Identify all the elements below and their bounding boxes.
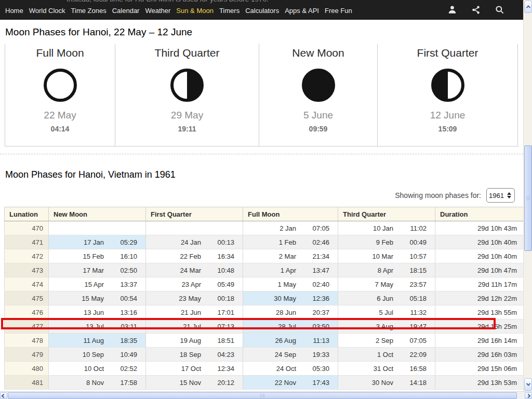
nav-item-calendar[interactable]: Calendar <box>112 7 140 15</box>
phase-cell-date: 24 Sep <box>246 351 296 358</box>
share-icon[interactable] <box>471 5 481 15</box>
cell-lunation: 473 <box>5 263 49 277</box>
cell-duration: 29d 16h 14m <box>435 334 524 348</box>
year-filter-label: Showing moon phases for: <box>395 191 481 200</box>
table-row-477: 47713 Jul03:1121 Jul07:1328 Jul03:503 Au… <box>5 320 524 334</box>
year-select[interactable]: 1961 <box>486 188 515 203</box>
phase-date: 22 May <box>5 110 115 121</box>
scroll-down-arrow[interactable] <box>524 378 532 391</box>
phase-cell-time: 02:40 <box>296 281 329 288</box>
search-icon[interactable] <box>495 5 504 15</box>
phase-name: First Quarter <box>378 47 517 59</box>
phase-date: 29 May <box>115 110 259 121</box>
nav-item-free-fun[interactable]: Free Fun <box>325 7 352 15</box>
phase-cell-time: 05:30 <box>296 365 329 373</box>
cell-first-quarter: 21 Jul07:13 <box>146 320 243 334</box>
cell-full-moon: 28 Jun20:37 <box>243 305 338 320</box>
scroll-right-arrow[interactable] <box>525 392 532 399</box>
cell-first-quarter: 21 Jun17:01 <box>146 305 243 320</box>
scroll-left-arrow[interactable] <box>0 392 7 399</box>
cell-first-quarter <box>146 221 243 235</box>
phase-cell-time: 13:16 <box>104 309 137 316</box>
moon-phase-cards: Full Moon22 May04:14Third Quarter29 May1… <box>5 44 518 147</box>
cell-third-quarter: 10 Jan11:02 <box>338 221 435 235</box>
phase-cell-time: 02:50 <box>104 267 137 274</box>
phase-cell-date: 13 Jun <box>52 309 104 316</box>
phase-cell-date: 11 Aug <box>52 337 104 344</box>
phase-name: Full Moon <box>5 47 115 59</box>
phase-cell-time: 17:01 <box>201 309 234 316</box>
table-header-row: LunationNew MoonFirst QuarterFull MoonTh… <box>5 207 524 221</box>
cell-first-quarter: 18 Sep04:23 <box>146 348 243 362</box>
cell-lunation: 479 <box>5 348 49 362</box>
nav-item-timers[interactable]: Timers <box>219 7 240 15</box>
cell-duration: 29d 16h 03m <box>435 348 524 362</box>
cell-lunation: 476 <box>5 305 49 320</box>
phase-cell-date: 1 Oct <box>341 351 393 358</box>
phase-date: 12 June <box>378 110 517 121</box>
nav-item-weather[interactable]: Weather <box>145 7 170 15</box>
phase-cell-date: 7 May <box>341 281 393 288</box>
phase-name: New Moon <box>259 47 377 59</box>
cell-new-moon: 15 May00:54 <box>49 291 146 305</box>
year-filter-row: Showing moon phases for: 1961 <box>0 188 523 203</box>
phase-cell-time: 04:23 <box>201 351 234 358</box>
moon-phase-card-full-moon: Full Moon22 May04:14 <box>5 44 115 146</box>
nav-item-time-zones[interactable]: Time Zones <box>71 7 107 15</box>
cell-third-quarter: 10 Mar10:57 <box>338 249 435 263</box>
cell-third-quarter: 2 Sep07:05 <box>338 334 435 348</box>
phase-cell-date: 18 Sep <box>149 351 201 358</box>
cell-full-moon: 2 Mar21:34 <box>243 249 338 263</box>
cell-duration: 29d 15h 25m <box>435 320 524 334</box>
nav-item-calculators[interactable]: Calculators <box>245 7 279 15</box>
phase-cell-date: 5 Jul <box>341 309 393 316</box>
cell-full-moon: 2 Jan07:05 <box>243 221 338 235</box>
phase-time: 04:14 <box>5 125 115 133</box>
table-row-472: 47215 Feb16:1022 Feb16:342 Mar21:3410 Ma… <box>5 249 524 263</box>
nav-item-apps-api[interactable]: Apps & API <box>285 7 319 15</box>
nav-item-sun-moon[interactable]: Sun & Moon <box>176 7 214 15</box>
phase-time: 19:11 <box>115 125 259 133</box>
page-content: Moon Phases for Hanoi, 22 May – 12 June … <box>0 20 523 391</box>
phase-cell-date: 8 Nov <box>52 379 104 387</box>
cell-first-quarter: 24 Jan00:13 <box>146 235 243 249</box>
nav-item-home[interactable]: Home <box>5 7 23 15</box>
table-row-471: 47117 Jan05:2924 Jan00:131 Feb02:469 Feb… <box>5 235 524 249</box>
cell-full-moon: 1 May02:40 <box>243 277 338 291</box>
phase-cell-date: 30 May <box>246 295 296 302</box>
vertical-scrollbar[interactable] <box>523 0 532 391</box>
cell-full-moon: 30 May12:36 <box>243 291 338 305</box>
cell-full-moon: 24 Sep19:33 <box>243 348 338 362</box>
phase-cell-time: 22:09 <box>393 351 427 358</box>
full-moon-icon <box>44 69 77 102</box>
phase-cell-time: 19:47 <box>393 323 427 330</box>
phase-cell-time: 16:34 <box>201 252 234 260</box>
nav-item-world-clock[interactable]: World Clock <box>29 7 65 15</box>
phase-cell-date: 10 Oct <box>52 365 104 373</box>
phase-cell-date: 15 Apr <box>52 281 104 288</box>
phase-cell-date: 2 Jan <box>246 224 296 232</box>
horizontal-scrollbar-thumb[interactable] <box>8 392 517 399</box>
table-row-479: 47910 Sep10:4918 Sep04:2324 Sep19:331 Oc… <box>5 348 524 362</box>
phase-cell-date: 24 Jan <box>149 238 201 246</box>
phase-cell-date: 1 Apr <box>246 267 296 274</box>
phase-cell-time: 14:18 <box>393 379 427 387</box>
cell-lunation: 477 <box>5 320 49 334</box>
phase-cell-time: 00:54 <box>104 295 137 302</box>
year-select-value: 1961 <box>489 192 504 200</box>
vertical-scrollbar-thumb[interactable] <box>524 145 532 251</box>
user-icon[interactable] <box>447 5 457 15</box>
nav-menu: HomeWorld ClockTime ZonesCalendarWeather… <box>5 7 352 15</box>
scroll-up-arrow[interactable] <box>524 1 532 13</box>
cell-new-moon: 17 Mar02:50 <box>49 263 146 277</box>
horizontal-scrollbar[interactable] <box>0 391 532 399</box>
cell-lunation: 478 <box>5 334 49 348</box>
phase-cell-date: 23 Apr <box>149 281 201 288</box>
phase-cell-time: 17:43 <box>296 379 329 387</box>
clipped-page-note: Instead, local time for Ho Chi Minh is u… <box>66 0 269 3</box>
phase-cell-time: 07:05 <box>296 224 329 232</box>
cell-new-moon: 15 Feb16:10 <box>49 249 146 263</box>
table-row-475: 47515 May00:5423 May00:1830 May12:366 Ju… <box>5 291 524 305</box>
cell-lunation: 481 <box>5 376 49 390</box>
phase-cell-time: 21:34 <box>296 252 329 260</box>
